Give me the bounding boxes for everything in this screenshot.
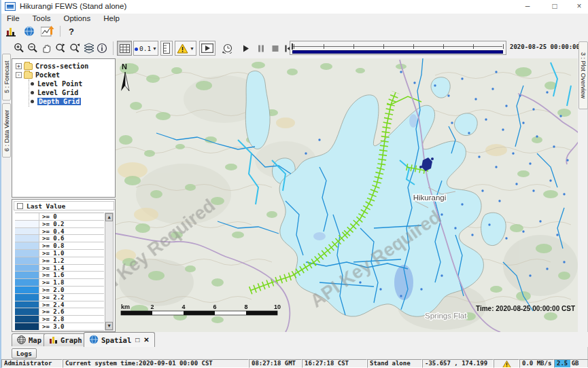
- grid-display-icon[interactable]: [117, 41, 132, 56]
- animation-frame-icon[interactable]: [199, 41, 215, 56]
- legend-color-swatch: [15, 294, 39, 301]
- menu-help[interactable]: Help: [98, 14, 125, 22]
- tree-item-label[interactable]: Cross-section: [35, 62, 88, 70]
- tree-item-label-selected[interactable]: Depth Grid: [37, 98, 81, 105]
- zoom-next-icon[interactable]: [69, 42, 82, 54]
- stop-icon[interactable]: [270, 43, 281, 54]
- legend-threshold-label: >= 1.6: [39, 272, 65, 278]
- ruler-scale-icon[interactable]: [160, 41, 173, 56]
- info-icon[interactable]: [96, 42, 108, 54]
- status-warning-cell[interactable]: [494, 359, 519, 368]
- expand-icon[interactable]: +: [16, 63, 22, 69]
- zoom-previous-icon[interactable]: [54, 42, 67, 54]
- place-label-hikurangi: Hikurangi: [413, 194, 447, 202]
- tab-close-icon[interactable]: ✕: [143, 336, 149, 344]
- logs-button[interactable]: Logs: [12, 348, 37, 358]
- app-window: Hikurangi FEWS (Stand alone) – □ × File …: [0, 0, 588, 368]
- menu-options[interactable]: Options: [58, 14, 97, 22]
- sidebar-tab-plot-overview[interactable]: 3 : Plot Overview: [578, 41, 588, 109]
- zoom-out-icon[interactable]: [27, 42, 39, 54]
- legend-row[interactable]: >= 0.2: [15, 221, 104, 228]
- tree-item-cross-section[interactable]: + Cross-section: [12, 62, 88, 71]
- legend-row[interactable]: >= 0: [15, 213, 104, 221]
- tree-item-level-grid[interactable]: Level Grid: [12, 88, 78, 97]
- tree-item-label[interactable]: Pocket: [35, 71, 60, 79]
- legend-panel: Last Value >= 0>= 0.2>= 0.4>= 0.6>= 0.8>…: [12, 199, 116, 332]
- menu-file[interactable]: File: [1, 14, 25, 22]
- sidebar-tab-data-viewer[interactable]: 6 : Data Viewer: [2, 103, 11, 158]
- map-viewport[interactable]: API Key Required API Key Required Hikura…: [116, 58, 578, 332]
- timeline-tick: [383, 44, 384, 49]
- scroll-up-icon[interactable]: ▲: [105, 213, 113, 221]
- tab-label: Graph: [60, 336, 82, 344]
- status-local-time: 16:27:18 CST: [302, 359, 367, 368]
- legend-row[interactable]: >= 1.4: [15, 265, 104, 272]
- legend-threshold-label: >= 0.4: [39, 228, 65, 235]
- memory-label: 2.5 GB: [557, 360, 579, 367]
- sidebar-tab-forecast[interactable]: 5 : Forecast: [2, 54, 11, 100]
- class-interval-dropdown[interactable]: 0.1▼: [133, 41, 158, 56]
- svg-text:4: 4: [181, 303, 185, 310]
- help-icon[interactable]: ?: [66, 25, 77, 37]
- legend-threshold-label: >= 0.8: [39, 242, 65, 249]
- tab-maximize-icon[interactable]: □: [135, 336, 139, 344]
- title-bar[interactable]: Hikurangi FEWS (Stand alone) – □ ×: [1, 0, 588, 14]
- interval-value: 0.1: [139, 45, 151, 52]
- bottom-tab-bar: Map Graph Spatial □ ✕: [1, 332, 588, 347]
- legend-row[interactable]: >= 3.0: [15, 323, 104, 331]
- menu-bar: File Tools Options Help: [1, 14, 588, 24]
- legend-list: >= 0>= 0.2>= 0.4>= 0.6>= 0.8>= 1.0>= 1.2…: [15, 213, 104, 331]
- legend-row[interactable]: >= 0.6: [15, 235, 104, 242]
- tab-map[interactable]: Map: [12, 333, 47, 346]
- menu-tools[interactable]: Tools: [27, 14, 56, 22]
- legend-row[interactable]: >= 0.8: [15, 242, 104, 250]
- minimize-button[interactable]: –: [518, 0, 537, 13]
- legend-threshold-label: >= 2.6: [39, 308, 65, 315]
- legend-color-swatch: [15, 265, 39, 272]
- legend-threshold-label: >= 2.4: [39, 301, 65, 308]
- tree-item-label[interactable]: Level Grid: [37, 89, 78, 96]
- legend-scrollbar[interactable]: ▲ ▼: [105, 213, 114, 331]
- legend-row[interactable]: >= 2.4: [15, 301, 104, 309]
- statistics-icon[interactable]: [5, 25, 18, 37]
- last-value-checkbox[interactable]: [17, 203, 23, 209]
- legend-row[interactable]: >= 2.8: [15, 316, 104, 323]
- legend-row[interactable]: >= 2.6: [15, 308, 104, 316]
- map-canvas[interactable]: API Key Required API Key Required Hikura…: [116, 58, 578, 332]
- tree-item-pocket[interactable]: - Pocket: [12, 71, 60, 79]
- status-gmt-time: 08:27:18 GMT: [249, 359, 302, 368]
- legend-row[interactable]: >= 1.0: [15, 250, 104, 257]
- scroll-down-icon[interactable]: ▼: [105, 322, 113, 330]
- timer-clock-icon[interactable]: [220, 41, 235, 55]
- layers-icon[interactable]: [83, 42, 95, 54]
- folder-icon: [24, 72, 33, 79]
- timeline-slider[interactable]: [290, 41, 506, 55]
- legend-row[interactable]: >= 2.0: [15, 287, 104, 294]
- tree-item-level-point[interactable]: Level Point: [12, 79, 82, 88]
- warning-triangle-icon: [502, 361, 511, 368]
- pause-icon[interactable]: [256, 43, 266, 54]
- legend-row[interactable]: >= 2.2: [15, 294, 104, 301]
- globe-icon[interactable]: [22, 25, 36, 37]
- zoom-in-icon[interactable]: [13, 42, 25, 54]
- legend-row[interactable]: >= 1.2: [15, 257, 104, 265]
- pan-hand-icon[interactable]: [40, 42, 52, 54]
- play-icon[interactable]: [241, 43, 252, 54]
- close-button[interactable]: ×: [570, 0, 588, 13]
- svg-text:N: N: [122, 62, 127, 71]
- tab-graph[interactable]: Graph: [44, 333, 88, 346]
- tree-item-label[interactable]: Level Point: [37, 80, 82, 88]
- collapse-icon[interactable]: -: [16, 72, 22, 78]
- maximize-button[interactable]: □: [545, 0, 564, 13]
- tree-item-depth-grid[interactable]: Depth Grid: [12, 97, 81, 106]
- legend-row[interactable]: >= 0.4: [15, 228, 104, 236]
- legend-row[interactable]: >= 1.6: [15, 272, 104, 279]
- timeseries-display-icon[interactable]: [40, 25, 55, 37]
- legend-row[interactable]: >= 1.8: [15, 279, 104, 287]
- legend-color-swatch: [15, 279, 39, 286]
- timeline-handle[interactable]: [292, 43, 293, 50]
- warnings-dropdown[interactable]: ▼: [175, 41, 196, 56]
- tab-spatial[interactable]: Spatial □ ✕: [84, 332, 155, 347]
- status-bar: Administrator Current system time:2020-0…: [1, 359, 588, 368]
- last-value-row[interactable]: Last Value: [14, 201, 114, 210]
